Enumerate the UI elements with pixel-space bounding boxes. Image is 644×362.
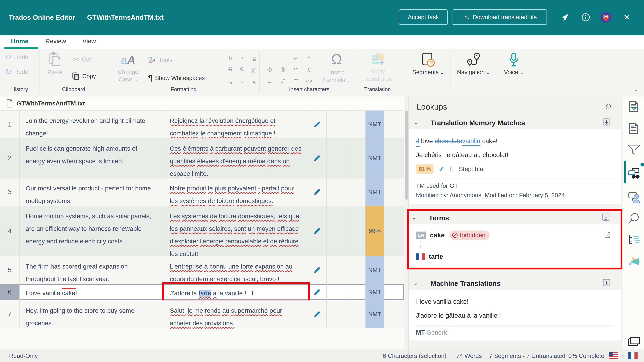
editor-scrollbar-thumb[interactable] [405, 111, 408, 200]
source-cell[interactable]: Fuel cells can generate high amounts of … [20, 138, 164, 178]
segments-menu-button[interactable]: ? Segments ⌄ [411, 51, 445, 75]
optional-hyphen-button[interactable]: ¬ [226, 78, 234, 87]
strikethrough-button[interactable]: S [226, 64, 234, 76]
comment-cell[interactable] [327, 301, 347, 328]
comments-icon[interactable] [627, 190, 640, 204]
superscript-button[interactable]: X2 [250, 64, 258, 76]
terms-apply-icon[interactable] [602, 213, 610, 221]
file-check-icon[interactable] [627, 100, 640, 113]
search-icon[interactable] [627, 212, 640, 225]
terms-collapse-icon[interactable]: ⌄ [412, 214, 416, 221]
insert-char-button[interactable]: € [304, 65, 314, 74]
segment-number[interactable]: 5 [0, 256, 20, 284]
lock-cell[interactable] [347, 111, 366, 138]
source-cell[interactable]: Home rooftop systems, such as solar pane… [20, 206, 164, 256]
insert-char-button[interactable]: £ [265, 76, 274, 85]
comment-cell[interactable] [327, 178, 347, 206]
lock-cell[interactable] [347, 178, 366, 206]
comment-cell[interactable] [327, 284, 347, 300]
target-cell[interactable]: Salut, je me rends au supermarché pour a… [164, 301, 308, 328]
bold-button[interactable]: b [226, 53, 234, 62]
insert-char-button[interactable]: ° [304, 54, 314, 63]
insert-char-button[interactable]: © [265, 65, 274, 74]
insert-char-button[interactable]: ® [278, 65, 288, 74]
pin-icon[interactable] [559, 11, 570, 23]
mt-apply-icon[interactable] [602, 279, 611, 287]
lookups-icon[interactable] [627, 166, 640, 180]
insert-char-button[interactable]: «» [304, 76, 314, 85]
comment-cell[interactable] [327, 111, 347, 138]
comment-cell[interactable] [327, 138, 347, 178]
voice-menu-button[interactable]: Voice ⌄ [500, 51, 527, 75]
segment-number[interactable]: 6 [0, 284, 20, 300]
open-termbase-icon[interactable] [604, 231, 611, 239]
document-tab[interactable]: GTWithTermsAndTM.txt [0, 96, 404, 111]
lookups-search-icon[interactable] [605, 103, 613, 111]
segment-number[interactable]: 7 [0, 301, 20, 328]
mt-card[interactable]: I love vanilla cake! J'adore le gâteau à… [409, 290, 621, 341]
collapse-ribbon-icon[interactable]: ⌄ [634, 85, 639, 93]
edit-segment-button[interactable] [308, 256, 327, 284]
layers-icon[interactable] [627, 335, 640, 348]
show-whitespaces-button[interactable]: ¶ Show Whitespaces [148, 73, 205, 82]
source-cell[interactable]: Join the energy revolution and fight cli… [20, 111, 164, 138]
edit-segment-button[interactable] [308, 284, 327, 300]
undo-button[interactable]: ↺ Undo [5, 53, 28, 61]
terms-card[interactable]: EN cake forbidden [409, 224, 620, 267]
segment-number[interactable]: 3 [0, 178, 20, 206]
edit-segment-button[interactable] [308, 301, 327, 328]
source-cell[interactable]: Hey, I'm going to the store to buy some … [20, 301, 164, 328]
segment-number[interactable]: 2 [0, 138, 20, 178]
tm-apply-icon[interactable] [602, 118, 611, 126]
edit-segment-button[interactable] [308, 138, 327, 178]
file-preview-icon[interactable] [627, 122, 640, 135]
target-cell[interactable]: Ces éléments à carburant peuvent générer… [164, 138, 308, 178]
letter-button[interactable]: a [250, 78, 258, 87]
target-cell[interactable]: Les systèmes de toiture domestiques, tel… [164, 206, 308, 256]
target-cell[interactable]: Notre produit le plus polyvalent - parfa… [164, 178, 308, 206]
insert-char-button[interactable]: — [265, 54, 274, 63]
insert-char-button[interactable]: „“ [278, 76, 288, 85]
us-flag-icon[interactable] [609, 352, 618, 359]
tab-view[interactable]: View [82, 37, 96, 45]
copy-button[interactable]: Copy [72, 72, 96, 80]
download-translated-file-button[interactable]: Download translated file [452, 9, 547, 25]
accept-task-button[interactable]: Accept task [399, 9, 448, 25]
close-icon[interactable]: ✕ [621, 11, 632, 23]
target-cell-annotated[interactable]: J'adore la tarte à la vanille !I [164, 284, 308, 300]
lock-cell[interactable] [347, 284, 366, 300]
segment-number[interactable]: 4 [0, 206, 20, 256]
filter-icon[interactable] [627, 143, 640, 156]
source-cell[interactable]: The firm has scored great expansion thro… [20, 256, 164, 284]
navigation-menu-button[interactable]: Navigation ⌄ [455, 51, 492, 75]
edit-segment-button[interactable] [308, 178, 327, 206]
outline-icon[interactable] [627, 233, 640, 247]
segment-number[interactable]: 1 [0, 111, 20, 138]
hyphen-button[interactable]: - [238, 78, 246, 87]
italic-button[interactable]: i [238, 53, 246, 62]
target-cell[interactable]: L'entreprise a connu une forte expansion… [164, 256, 308, 284]
redo-button[interactable]: ↻ Redo [5, 68, 28, 76]
insert-char-button[interactable]: “” [291, 76, 301, 85]
underline-button[interactable]: u [250, 53, 258, 62]
tab-home[interactable]: Home [11, 37, 28, 45]
tm-collapse-icon[interactable]: ⌄ [413, 119, 418, 125]
insert-char-button[interactable]: ↵ [291, 54, 301, 63]
edit-segment-button[interactable] [308, 206, 327, 256]
edit-segment-button[interactable] [308, 111, 327, 138]
lock-cell[interactable] [347, 301, 366, 328]
comment-cell[interactable] [327, 206, 347, 256]
insert-char-button[interactable]: – [278, 54, 288, 63]
lock-cell[interactable] [347, 206, 366, 256]
info-icon[interactable] [580, 11, 592, 23]
tab-review[interactable]: Review [45, 37, 66, 45]
mt-collapse-icon[interactable]: ⌄ [413, 279, 418, 286]
subscript-button[interactable]: X2 [238, 64, 246, 76]
lock-cell[interactable] [347, 256, 366, 284]
tm-match-card[interactable]: Il love chocolatevanilla cake! Je chéris… [409, 129, 621, 204]
insert-char-button[interactable]: ™ [291, 65, 301, 74]
apply-translation-button[interactable]: Apply Translation [362, 51, 394, 83]
source-cell[interactable]: I love vanilla cake! [20, 284, 164, 300]
tools-button[interactable]: A Tools ⌄ [148, 56, 192, 64]
source-cell[interactable]: Our most versatile product - perfect for… [20, 178, 164, 206]
